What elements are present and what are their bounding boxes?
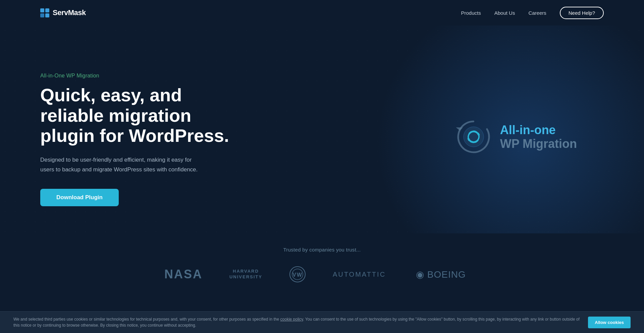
automattic-logo: AUTOMATTIC: [333, 271, 386, 278]
hero-content: All-in-One WP Migration Quick, easy, and…: [40, 73, 241, 206]
plugin-text: All-in-one WP Migration: [500, 123, 577, 151]
svg-point-2: [464, 127, 484, 147]
hero-title: Quick, easy, and reliable migration plug…: [40, 85, 241, 146]
cookie-banner: We and selected third parties use cookie…: [0, 311, 644, 333]
trusted-logos: NASA HARVARDUNIVERSITY VW AUTOMATTIC ◉ B…: [40, 266, 604, 283]
logo-cube: [40, 8, 44, 12]
nav-products[interactable]: Products: [461, 10, 481, 16]
harvard-text: HARVARDUNIVERSITY: [229, 269, 262, 280]
brand-logo-link[interactable]: ServMask: [40, 8, 86, 17]
hero-section: All-in-One WP Migration Quick, easy, and…: [0, 25, 644, 233]
automattic-text: AUTOMATTIC: [333, 271, 386, 278]
svg-text:◉ BOEING: ◉ BOEING: [416, 269, 466, 280]
main-nav: ServMask Products About Us Careers Need …: [0, 0, 644, 25]
download-plugin-button[interactable]: Download Plugin: [40, 189, 119, 206]
nasa-logo: NASA: [164, 267, 203, 281]
need-help-button[interactable]: Need Help?: [560, 7, 604, 19]
nav-about-us[interactable]: About Us: [494, 10, 515, 16]
cookie-policy-link[interactable]: cookie policy: [280, 317, 303, 322]
brand-name: ServMask: [53, 8, 86, 17]
trusted-label: Trusted by companies you trust...: [40, 247, 604, 253]
logo-cube: [45, 8, 49, 12]
migration-icon: [455, 118, 492, 155]
plugin-title-line1: All-in-one: [500, 123, 577, 137]
volkswagen-logo: VW: [289, 266, 306, 283]
logo-cube: [40, 13, 44, 17]
cookie-text: We and selected third parties use cookie…: [13, 316, 581, 328]
hero-visual: All-in-one WP Migration: [455, 118, 577, 155]
allow-cookies-button[interactable]: Allow cookies: [588, 317, 631, 328]
hero-subtitle: All-in-One WP Migration: [40, 73, 241, 79]
plugin-title-line2: WP Migration: [500, 137, 577, 151]
logo-cube: [45, 13, 49, 17]
hero-description: Designed to be user-friendly and efficie…: [40, 155, 201, 175]
nav-links: Products About Us Careers Need Help?: [461, 7, 604, 19]
logo-icon: [40, 8, 49, 17]
harvard-logo: HARVARDUNIVERSITY: [229, 269, 262, 280]
trusted-section: Trusted by companies you trust... NASA H…: [0, 233, 644, 303]
boeing-logo: ◉ BOEING: [413, 268, 480, 281]
svg-text:VW: VW: [292, 272, 303, 278]
nasa-text: NASA: [164, 267, 203, 281]
nav-careers[interactable]: Careers: [528, 10, 546, 16]
